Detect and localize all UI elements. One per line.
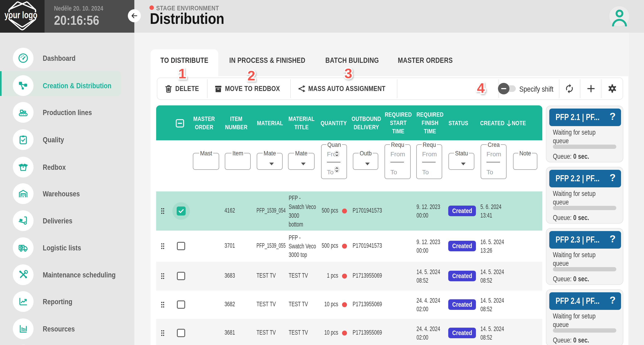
- svg-text:3: 3: [344, 66, 352, 81]
- svg-text:your logo: your logo: [4, 10, 37, 20]
- svg-text:2: 2: [248, 68, 255, 83]
- svg-text:1: 1: [178, 66, 186, 81]
- svg-text:4: 4: [477, 80, 485, 96]
